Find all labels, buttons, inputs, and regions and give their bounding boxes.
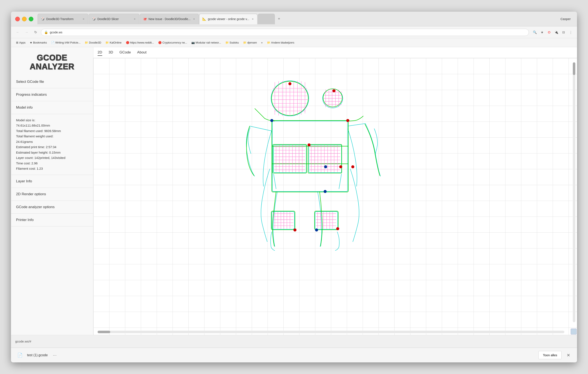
tab-label-1: Doodle3D Transform xyxy=(46,17,80,21)
tab-close-4[interactable]: ✕ xyxy=(251,17,254,21)
camera-icon: 📷 xyxy=(191,41,195,44)
svg-point-100 xyxy=(288,82,291,85)
sidebar-render-options[interactable]: 2D Render options xyxy=(11,188,93,201)
svg-rect-4 xyxy=(309,145,342,173)
bookmark-crypto[interactable]: 🔴 Cryptocurrency ne... xyxy=(157,40,189,45)
model-weight-label: Total filament weight used: xyxy=(16,134,88,139)
maximize-button[interactable] xyxy=(29,17,33,21)
bookmark-apps[interactable]: ⊞ Apps xyxy=(14,40,27,45)
model-weight-value: 24.61grams xyxy=(16,139,88,145)
nav-bar: ← → ↻ 🔒 gcode.ws 🔍 ★ O 🔌 ⊟ ⋮ xyxy=(11,26,577,38)
svg-rect-8 xyxy=(315,212,338,229)
file-icon: 📄 xyxy=(16,351,24,359)
bookmark-andere[interactable]: 📁 Andere bladwijzers xyxy=(265,40,296,45)
tab-close-2[interactable]: ✕ xyxy=(133,17,136,21)
tab-label-2: Doodle3D Slicer xyxy=(97,17,131,21)
bookmark-star-btn[interactable]: ★ xyxy=(539,29,545,35)
sidebar-progress-indicators[interactable]: Progress indicators xyxy=(11,88,93,101)
model-size-value: 74.61x111.68x21.00mm xyxy=(16,123,88,128)
address-text: gcode.ws xyxy=(50,31,526,34)
back-button[interactable]: ← xyxy=(14,29,21,36)
svg-point-111 xyxy=(315,228,318,231)
tab-github[interactable]: 🐙 New Issue · Doodle3D/Doodle... ✕ xyxy=(140,14,199,24)
download-more-button[interactable]: ⋯ xyxy=(51,352,58,358)
bookmark-iam-label: Writing IAM Policie... xyxy=(55,41,81,44)
close-button[interactable] xyxy=(15,17,20,21)
status-bar: gcode.ws/# xyxy=(11,335,577,348)
svg-rect-2 xyxy=(272,121,348,192)
minimize-button[interactable] xyxy=(22,17,27,21)
model-size-label: Model size is: xyxy=(16,118,88,123)
svg-point-102 xyxy=(346,119,349,122)
canvas-area xyxy=(93,58,577,335)
model-layer-count: Layer count: 142printed, 143visited xyxy=(16,155,88,160)
svg-rect-14 xyxy=(273,144,307,173)
sidebar-printer-info[interactable]: Printer Info xyxy=(11,214,93,226)
sidebar-gcode-analyzer[interactable]: GCode analyzer options xyxy=(11,201,93,214)
sidebar-progress-label: Progress indicators xyxy=(16,93,47,97)
sidebar-gcode-analyzer-label: GCode analyzer options xyxy=(16,205,54,209)
svg-line-5 xyxy=(250,126,272,131)
extensions-btn[interactable]: 🔌 xyxy=(553,29,559,35)
vertical-scrollbar-thumb[interactable] xyxy=(573,62,575,75)
forward-button[interactable]: → xyxy=(23,29,30,36)
menu-btn[interactable]: ⋮ xyxy=(568,29,574,35)
svg-point-109 xyxy=(324,165,327,168)
vertical-scrollbar[interactable] xyxy=(573,62,575,322)
reddit-icon: 🔴 xyxy=(126,41,129,44)
address-bar[interactable]: 🔒 gcode.ws xyxy=(41,29,529,36)
bookmark-reddit[interactable]: 🔴 https://www.reddit... xyxy=(124,40,156,45)
horizontal-scrollbar-thumb[interactable] xyxy=(98,331,110,333)
bookmark-djensen[interactable]: 📁 djensen xyxy=(242,40,259,45)
crypto-icon: 🔴 xyxy=(158,41,162,44)
new-tab-button[interactable]: + xyxy=(275,15,283,23)
svg-rect-11 xyxy=(272,120,348,192)
sidebar-layer-info[interactable]: Layer Info xyxy=(11,175,93,188)
folder-icon-2: 📁 xyxy=(105,41,109,44)
profile-name: Casper xyxy=(561,17,573,21)
viewer-tab-about[interactable]: About xyxy=(137,49,146,56)
refresh-button[interactable]: ↻ xyxy=(32,29,39,36)
svg-rect-3 xyxy=(273,145,306,173)
svg-point-106 xyxy=(293,228,296,231)
show-all-button[interactable]: Toon alles xyxy=(538,351,562,359)
viewer-tab-3d[interactable]: 3D xyxy=(109,49,113,56)
bookmark-bookmarks[interactable]: ★ Bookmarks xyxy=(28,40,49,45)
tab-empty[interactable] xyxy=(258,14,275,24)
tab-doodle3d-slicer[interactable]: 🎲 Doodle3D Slicer ✕ xyxy=(89,14,139,24)
bookmark-kalonline[interactable]: 📁 KalOnline xyxy=(104,40,123,45)
bookmarks-bar: ⊞ Apps ★ Bookmarks 📄 Writing IAM Policie… xyxy=(11,38,577,47)
bookmark-kalonline-label: KalOnline xyxy=(110,41,121,44)
bookmark-iam[interactable]: 📄 Writing IAM Policie... xyxy=(49,40,82,45)
sidebar-render-options-section: 2D Render options xyxy=(11,188,93,201)
sidebar-printer-info-section: Printer Info xyxy=(11,214,93,226)
sidebar-model-info-header[interactable]: Model info xyxy=(11,101,93,114)
tab-favicon-4: 📐 xyxy=(202,17,206,21)
browser-window: 🎲 Doodle3D Transform ✕ 🎲 Doodle3D Slicer… xyxy=(11,12,577,362)
gcode-visualization xyxy=(93,58,577,335)
download-close-button[interactable]: ✕ xyxy=(565,352,572,359)
viewer-tab-gcode[interactable]: GCode xyxy=(119,49,131,56)
traffic-lights xyxy=(15,17,33,21)
folder-icon-5: 📁 xyxy=(267,41,270,44)
bookmark-more-marker[interactable]: » xyxy=(259,40,264,45)
main-content: GCODE ANALYZER Select GCode file Progres… xyxy=(11,47,577,335)
tab-close-3[interactable]: ✕ xyxy=(192,17,196,21)
bookmark-doodle3d[interactable]: 📁 Doodle3D xyxy=(83,40,103,45)
bookmark-modular[interactable]: 📷 Modular rail networ... xyxy=(190,40,223,45)
bookmark-doodle3d-label: Doodle3D xyxy=(89,41,101,44)
viewer-tab-2d[interactable]: 2D xyxy=(98,49,102,56)
horizontal-scrollbar[interactable] xyxy=(98,331,564,333)
opera-icon-btn[interactable]: O xyxy=(546,29,552,35)
bookmark-crypto-label: Cryptocurrency ne... xyxy=(162,41,187,44)
model-info-details: Model size is: 74.61x111.68x21.00mm Tota… xyxy=(11,114,93,175)
sync-btn[interactable]: ⊟ xyxy=(561,29,567,35)
tab-gcode-viewer[interactable]: 📐 gcode viewer - online gcode v... ✕ xyxy=(199,14,257,24)
tab-close-1[interactable]: ✕ xyxy=(82,17,85,21)
search-icon-btn[interactable]: 🔍 xyxy=(532,29,538,35)
model-filament-cost: Filament cost: 1.23 xyxy=(16,166,88,171)
sidebar-model-info-header-section: Model info xyxy=(11,101,93,114)
sidebar-select-gcode[interactable]: Select GCode file xyxy=(11,75,93,88)
tab-doodle3d-transform[interactable]: 🎲 Doodle3D Transform ✕ xyxy=(38,14,88,24)
bookmark-sudoku[interactable]: 📁 Sudoku xyxy=(224,40,241,45)
